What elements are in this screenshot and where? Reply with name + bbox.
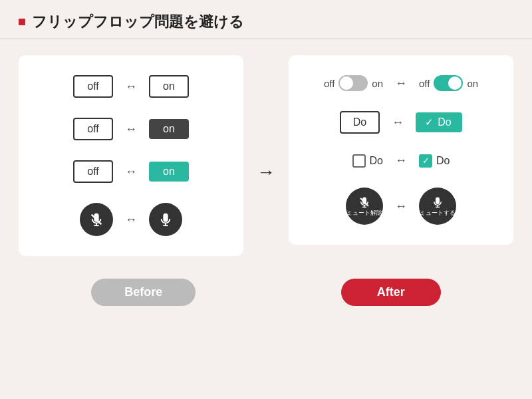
after-h-arrow-4: ↔ <box>395 200 407 213</box>
h-arrow-1: ↔ <box>125 80 137 94</box>
main-content: off ↔ on off ↔ on off ↔ on <box>0 39 532 272</box>
forward-arrow-icon: → <box>257 162 275 183</box>
on-button-3[interactable]: on <box>149 162 189 182</box>
on-button-1[interactable]: on <box>149 75 189 98</box>
toggle-on-knob <box>448 76 462 90</box>
toggle-on-label-2: on <box>467 78 478 89</box>
footer: Before After <box>0 279 532 306</box>
red-dot-icon <box>19 19 25 25</box>
do-teal-label: Do <box>438 116 451 128</box>
after-h-arrow-1: ↔ <box>395 76 407 90</box>
after-button[interactable]: After <box>341 279 441 306</box>
after-row-1: off on ↔ off on <box>307 75 495 91</box>
toggle-off[interactable] <box>338 75 368 91</box>
after-h-arrow-2: ↔ <box>392 116 404 130</box>
checkbox-empty[interactable] <box>352 154 366 168</box>
row-3: off ↔ on <box>37 160 225 183</box>
checkbox-unchecked-group: Do <box>352 154 383 168</box>
check-icon: ✓ <box>425 116 434 128</box>
after-row-4: ミュート解除 ↔ ミュートする <box>307 188 495 225</box>
checkbox-do-label-1: Do <box>370 155 383 167</box>
row-2: off ↔ on <box>37 118 225 140</box>
header: フリップフロップ問題を避ける <box>0 0 532 39</box>
toggle-on-group: off on <box>419 75 478 91</box>
h-arrow-2: ↔ <box>125 122 137 136</box>
page-title: フリップフロップ問題を避ける <box>32 12 244 32</box>
toggle-on[interactable] <box>434 75 463 91</box>
row-4: ↔ <box>37 203 225 236</box>
toggle-off-knob <box>340 76 353 90</box>
off-button-3[interactable]: off <box>73 160 113 183</box>
h-arrow-3: ↔ <box>125 165 137 179</box>
off-button-2[interactable]: off <box>73 118 113 140</box>
checkbox-checked[interactable]: ✓ <box>419 154 432 168</box>
on-button-2[interactable]: on <box>149 119 189 139</box>
after-panel: off on ↔ off on Do ↔ ✓ Do <box>289 55 513 245</box>
mute-label: ミュートする <box>420 209 456 217</box>
toggle-off-group: off on <box>324 75 383 91</box>
off-button-1[interactable]: off <box>73 75 113 98</box>
checkbox-do-label-2: Do <box>436 155 450 167</box>
mic-mute-release-button[interactable]: ミュート解除 <box>346 188 383 225</box>
row-1: off ↔ on <box>37 75 225 98</box>
h-arrow-4: ↔ <box>125 213 137 227</box>
before-panel: off ↔ on off ↔ on off ↔ on <box>19 55 243 256</box>
after-row-2: Do ↔ ✓ Do <box>307 111 495 134</box>
toggle-on-label-1: on <box>372 78 383 89</box>
after-h-arrow-3: ↔ <box>395 154 407 168</box>
mic-mute-button[interactable]: ミュートする <box>419 188 456 225</box>
checkbox-checked-group: ✓ Do <box>419 154 450 168</box>
after-row-3: Do ↔ ✓ Do <box>307 154 495 168</box>
do-teal-button[interactable]: ✓ Do <box>416 112 462 132</box>
do-outline-button[interactable]: Do <box>340 111 380 134</box>
toggle-off-label-2: off <box>419 78 430 89</box>
middle-arrow: → <box>257 55 275 183</box>
mic-muted-icon[interactable] <box>80 203 113 236</box>
toggle-off-label: off <box>324 78 334 89</box>
mic-active-icon[interactable] <box>149 203 182 236</box>
before-button[interactable]: Before <box>91 279 196 306</box>
mute-release-label: ミュート解除 <box>346 209 382 217</box>
